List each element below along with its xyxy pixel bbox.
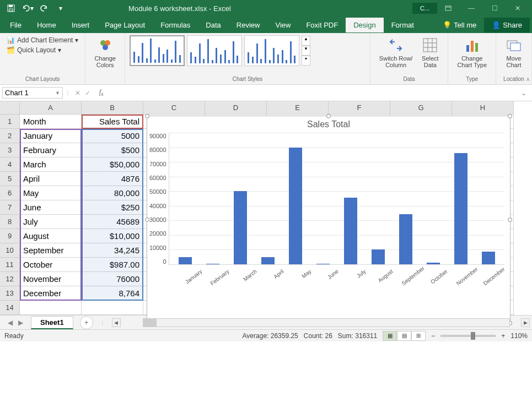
sheet-nav-next-icon[interactable]: ▶: [18, 319, 23, 327]
plot-area[interactable]: 9000080000700006000050000400003000020000…: [147, 133, 510, 265]
sheet-tab[interactable]: Sheet1: [31, 316, 73, 329]
resize-handle-e[interactable]: [508, 217, 512, 222]
bar-june[interactable]: [316, 264, 330, 264]
cell-A3[interactable]: February: [20, 143, 82, 157]
tab-formulas[interactable]: Formulas: [153, 18, 198, 32]
col-header-B[interactable]: B: [82, 101, 143, 115]
resize-handle-ne[interactable]: [508, 114, 512, 118]
row-header-2[interactable]: 2: [0, 129, 20, 143]
col-header-G[interactable]: G: [390, 101, 452, 115]
cell-B9[interactable]: $10,000: [82, 229, 143, 243]
col-header-A[interactable]: A: [20, 101, 82, 115]
col-header-H[interactable]: H: [452, 101, 514, 115]
close-icon[interactable]: ✕: [507, 2, 529, 15]
collapse-ribbon-icon[interactable]: ⋏: [526, 76, 530, 82]
redo-icon[interactable]: [36, 2, 52, 15]
row-header-5[interactable]: 5: [0, 172, 20, 186]
bar-march[interactable]: [234, 191, 247, 264]
bar-september[interactable]: [399, 214, 412, 264]
ribbon-display-icon[interactable]: [437, 2, 459, 15]
cell-A10[interactable]: September: [20, 243, 82, 258]
tell-me[interactable]: 💡Tell me: [435, 18, 484, 32]
zoom-slider-thumb[interactable]: [471, 332, 475, 340]
row-header-9[interactable]: 9: [0, 229, 20, 243]
styles-scroll-up[interactable]: ▲: [302, 36, 310, 46]
new-sheet-button[interactable]: +: [80, 316, 93, 329]
fx-icon[interactable]: fx: [96, 88, 107, 97]
view-page-layout-icon[interactable]: ▤: [397, 331, 411, 341]
switch-row-column-button[interactable]: Switch Row/ Column: [375, 35, 417, 69]
row-header-12[interactable]: 12: [0, 272, 20, 286]
cell-B14[interactable]: [82, 301, 143, 315]
tab-data[interactable]: Data: [198, 18, 228, 32]
styles-more[interactable]: ▾: [302, 56, 310, 66]
quick-layout-button[interactable]: 🗂️Quick Layout ▾: [4, 45, 80, 55]
styles-scroll-down[interactable]: ▼: [302, 46, 310, 56]
cell-A1[interactable]: Month: [20, 115, 82, 129]
cell-B10[interactable]: 34,245: [82, 243, 143, 258]
change-chart-type-button[interactable]: Change Chart Type: [453, 35, 491, 69]
resize-handle-nw[interactable]: [145, 114, 149, 118]
zoom-in-button[interactable]: +: [501, 332, 505, 340]
sheet-nav-prev-icon[interactable]: ◀: [8, 319, 13, 327]
chart-style-3[interactable]: [244, 35, 299, 66]
cell-A8[interactable]: July: [20, 215, 82, 229]
resize-handle-n[interactable]: [326, 114, 331, 118]
chart-title[interactable]: Sales Total: [147, 116, 510, 133]
change-colors-button[interactable]: Change Colors: [90, 35, 120, 69]
hscroll-thumb[interactable]: [143, 319, 157, 327]
select-all-corner[interactable]: [0, 101, 20, 115]
tab-file[interactable]: File: [2, 18, 29, 32]
cell-A2[interactable]: January: [20, 129, 82, 143]
cell-B4[interactable]: $50,000: [82, 157, 143, 172]
row-header-11[interactable]: 11: [0, 258, 20, 272]
chart-style-2[interactable]: [187, 35, 242, 66]
tab-view[interactable]: View: [267, 18, 298, 32]
zoom-slider[interactable]: [440, 335, 496, 337]
row-header-13[interactable]: 13: [0, 286, 20, 301]
cell-B12[interactable]: 76000: [82, 272, 143, 286]
row-header-6[interactable]: 6: [0, 186, 20, 200]
cell-B2[interactable]: 5000: [82, 129, 143, 143]
bar-december[interactable]: [482, 252, 495, 264]
hscroll-left[interactable]: ◀: [112, 318, 121, 327]
add-chart-element-button[interactable]: 📊Add Chart Element ▾: [4, 35, 80, 45]
tab-home[interactable]: Home: [29, 18, 64, 32]
name-box[interactable]: Chart 1▼: [2, 87, 63, 99]
row-header-14[interactable]: 14: [0, 301, 20, 315]
save-icon[interactable]: [3, 2, 19, 15]
maximize-icon[interactable]: ☐: [483, 2, 506, 15]
bar-january[interactable]: [179, 257, 192, 264]
tab-foxit[interactable]: Foxit PDF: [298, 18, 346, 32]
row-header-3[interactable]: 3: [0, 143, 20, 157]
tab-insert[interactable]: Insert: [64, 18, 98, 32]
col-header-D[interactable]: D: [205, 101, 267, 115]
row-header-8[interactable]: 8: [0, 215, 20, 229]
bar-october[interactable]: [427, 263, 440, 264]
bar-november[interactable]: [454, 153, 467, 264]
cell-A13[interactable]: December: [20, 286, 82, 301]
row-header-1[interactable]: 1: [0, 115, 20, 129]
minimize-icon[interactable]: —: [460, 2, 482, 15]
cell-B5[interactable]: 4876: [82, 172, 143, 186]
cell-A14[interactable]: [20, 301, 82, 315]
move-chart-button[interactable]: Move Chart: [501, 35, 527, 69]
tab-review[interactable]: Review: [229, 18, 268, 32]
bar-july[interactable]: [344, 198, 357, 264]
row-header-7[interactable]: 7: [0, 200, 20, 215]
cell-B11[interactable]: $987.00: [82, 258, 143, 272]
cell-A9[interactable]: August: [20, 229, 82, 243]
cell-A12[interactable]: November: [20, 272, 82, 286]
cell-B7[interactable]: $250: [82, 200, 143, 215]
tab-format[interactable]: Format: [384, 18, 422, 32]
embedded-chart[interactable]: Sales Total 9000080000700006000050000400…: [147, 116, 510, 324]
bar-february[interactable]: [206, 264, 219, 264]
chart-style-1[interactable]: [130, 35, 185, 66]
cell-A7[interactable]: June: [20, 200, 82, 215]
col-header-C[interactable]: C: [143, 101, 205, 115]
enter-icon[interactable]: ✓: [85, 89, 90, 97]
share-button[interactable]: 👤Share: [484, 18, 530, 32]
bar-april[interactable]: [261, 257, 275, 264]
cell-A5[interactable]: April: [20, 172, 82, 186]
view-page-break-icon[interactable]: ⊞: [411, 331, 426, 341]
